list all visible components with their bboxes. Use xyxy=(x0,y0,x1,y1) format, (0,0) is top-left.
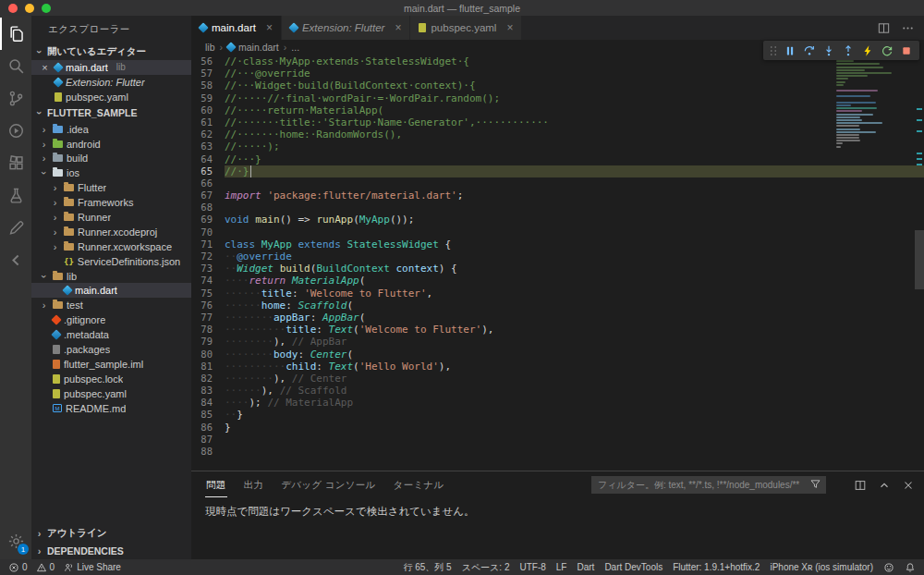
tree-item[interactable]: ›.idea xyxy=(31,122,191,137)
step-over-icon[interactable] xyxy=(800,42,819,59)
zoom-window-button[interactable] xyxy=(42,4,51,13)
tree-item[interactable]: .packages xyxy=(31,342,191,357)
code-line-content[interactable]: class MyApp extends StatelessWidget { xyxy=(225,239,924,251)
status-item-iphone-x-ios-simulator-[interactable]: iPhone Xʀ (ios simulator) xyxy=(770,562,873,572)
code-line[interactable]: 68 xyxy=(191,202,924,214)
activity-bar-item-settings-gear-icon[interactable]: 1 xyxy=(0,525,31,557)
hot-reload-icon[interactable] xyxy=(858,42,877,59)
code-line-content[interactable] xyxy=(225,177,924,190)
code-line-content[interactable]: //·····return·MaterialApp( xyxy=(225,104,924,116)
code-line[interactable]: 62//·······home:·RandomWords(), xyxy=(191,128,924,141)
code-line[interactable]: 86} xyxy=(191,422,924,434)
code-line[interactable]: 78··········title: Text('Welcome to Flut… xyxy=(191,324,924,336)
outline-section-header[interactable]: › アウトライン xyxy=(31,524,191,542)
code-line-content[interactable]: //···@override xyxy=(225,67,924,80)
folder-section-header[interactable]: › FLUTTER_SAMPLE xyxy=(31,104,191,122)
status-item[interactable] xyxy=(883,562,894,573)
code-line-content[interactable]: ··········title: Text('Welcome to Flutte… xyxy=(225,324,924,336)
pause-icon[interactable] xyxy=(781,42,799,59)
code-line[interactable]: 59//·····//·final·wordPair·=·WordPair.ra… xyxy=(191,92,924,104)
code-line[interactable]: 57//···@override xyxy=(191,67,924,80)
stop-icon[interactable] xyxy=(897,42,916,59)
activity-bar-item-source-control-icon[interactable] xyxy=(0,82,31,115)
code-line[interactable]: 65//·} xyxy=(191,165,924,177)
activity-bar-item-search-icon[interactable] xyxy=(0,50,31,82)
code-line-content[interactable]: ····); // MaterialApp xyxy=(225,397,924,409)
code-line[interactable]: 60//·····return·MaterialApp( xyxy=(191,104,924,116)
restart-icon[interactable] xyxy=(878,42,896,59)
tree-item[interactable]: ›Runner xyxy=(31,210,191,225)
code-line-content[interactable] xyxy=(225,226,924,239)
status-item-utf-8[interactable]: UTF-8 xyxy=(519,562,545,572)
code-line[interactable]: 87 xyxy=(191,434,924,446)
code-line[interactable]: 79········), // AppBar xyxy=(191,336,924,348)
tree-item[interactable]: MREADME.md xyxy=(31,401,191,416)
chevron-down-icon[interactable]: › xyxy=(39,168,50,178)
tree-item[interactable]: .metadata xyxy=(31,327,191,342)
code-line[interactable]: 81··········child: Text('Hello World'), xyxy=(191,361,924,373)
split-icon[interactable] xyxy=(854,479,867,492)
breadcrumb-item[interactable]: ... xyxy=(291,42,299,53)
status-item-0[interactable]: 0 xyxy=(8,562,28,573)
close-icon[interactable] xyxy=(902,479,915,492)
code-line[interactable]: 74····return MaterialApp( xyxy=(191,275,924,287)
code-line[interactable]: 63//·····); xyxy=(191,141,924,153)
code-line[interactable]: 69void main() => runApp(MyApp()); xyxy=(191,214,924,226)
close-editor-icon[interactable]: × xyxy=(39,62,51,73)
tree-item[interactable]: main.dart xyxy=(31,283,191,298)
code-line[interactable]: 70 xyxy=(191,226,924,239)
activity-bar-item-pen-icon[interactable] xyxy=(0,212,31,244)
code-line[interactable]: 84····); // MaterialApp xyxy=(191,397,924,409)
open-editor-item[interactable]: ×main.dartlib xyxy=(31,60,191,75)
chevron-down-icon[interactable]: › xyxy=(39,271,50,281)
panel-tab[interactable]: 問題 xyxy=(205,472,227,497)
close-window-button[interactable] xyxy=(8,4,18,13)
code-line-content[interactable]: //·······title:·'Startup·Name·Generator'… xyxy=(225,116,924,128)
tree-item[interactable]: {}ServiceDefinitions.json xyxy=(31,254,191,269)
code-line[interactable]: 80········body: Center( xyxy=(191,349,924,361)
open-editor-item[interactable]: pubspec.yaml xyxy=(31,90,191,104)
chevron-right-icon[interactable]: › xyxy=(50,197,60,208)
open-editors-section-header[interactable]: › 開いているエディター xyxy=(31,43,191,60)
tree-item[interactable]: pubspec.yaml xyxy=(31,386,191,401)
code-line[interactable]: 83······), // Scaffold xyxy=(191,385,924,397)
dependencies-section-header[interactable]: › DEPENDENCIES xyxy=(31,542,191,559)
code-line-content[interactable] xyxy=(225,202,924,214)
tree-item[interactable]: ›lib xyxy=(31,269,191,284)
chevron-right-icon[interactable]: › xyxy=(39,139,49,150)
code-line-content[interactable]: //·····); xyxy=(225,141,924,153)
code-line-content[interactable]: ········body: Center( xyxy=(225,349,924,361)
code-line-content[interactable]: ······), // Scaffold xyxy=(225,385,924,397)
problems-filter-input[interactable] xyxy=(598,480,805,490)
code-line-content[interactable]: ··@override xyxy=(225,251,924,263)
tree-item[interactable]: ›Runner.xcodeproj xyxy=(31,225,191,239)
code-line[interactable]: 85··} xyxy=(191,409,924,421)
activity-bar-item-angle-bracket-icon[interactable] xyxy=(0,244,31,276)
activity-bar-item-explorer-icon[interactable] xyxy=(0,18,31,50)
code-line[interactable]: 75······title: 'Welcome to Flutter', xyxy=(191,288,924,300)
code-line[interactable]: 61//·······title:·'Startup·Name·Generato… xyxy=(191,116,924,128)
tree-item[interactable]: ›Frameworks xyxy=(31,195,191,210)
code-line-content[interactable]: //·······home:·RandomWords(), xyxy=(225,128,924,141)
code-line-content[interactable]: ········), // AppBar xyxy=(225,336,924,348)
code-line-content[interactable]: ··} xyxy=(225,409,924,421)
code-line[interactable]: 76······home: Scaffold( xyxy=(191,300,924,312)
status-item-0[interactable]: 0 xyxy=(36,562,55,573)
code-line[interactable]: 73··Widget build(BuildContext context) { xyxy=(191,263,924,275)
code-line-content[interactable]: ··········child: Text('Hello World'), xyxy=(225,361,924,373)
panel-tab[interactable]: デバッグ コンソール xyxy=(280,472,376,497)
editor-tab[interactable]: Extension: Flutter× xyxy=(282,16,411,40)
code-line[interactable]: 67import 'package:flutter/material.dart'… xyxy=(191,190,924,202)
code-line[interactable]: 58//···Widget·build(BuildContext·context… xyxy=(191,80,924,92)
activity-bar-item-test-beaker-icon[interactable] xyxy=(0,179,31,212)
filter-icon[interactable] xyxy=(809,477,821,494)
chevron-right-icon[interactable]: › xyxy=(50,226,60,238)
tree-item[interactable]: ›Runner.xcworkspace xyxy=(31,239,191,254)
activity-bar-item-run-debug-icon[interactable] xyxy=(0,115,31,147)
tree-item[interactable]: ›test xyxy=(31,298,191,312)
code-line[interactable]: 88 xyxy=(191,446,924,458)
code-line-content[interactable]: ······title: 'Welcome to Flutter', xyxy=(225,288,924,300)
editor-tab[interactable]: pubspec.yaml× xyxy=(410,16,522,40)
more-icon[interactable] xyxy=(901,21,915,35)
code-line-content[interactable]: ····return MaterialApp( xyxy=(225,275,924,287)
